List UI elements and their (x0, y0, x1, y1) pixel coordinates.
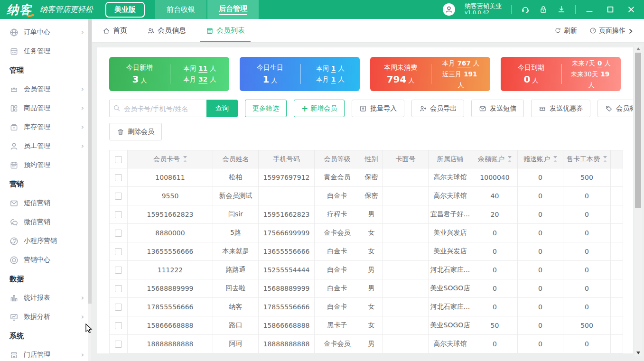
member-card-link[interactable]: 18888888888 (147, 340, 194, 348)
row-checkbox[interactable] (115, 193, 122, 200)
search-input[interactable] (109, 100, 206, 117)
sidebar-scrollbar-thumb[interactable] (88, 19, 92, 304)
sidebar-item-stats-report[interactable]: 统计报表› (0, 288, 92, 307)
row-checkbox[interactable] (115, 322, 122, 329)
member-card-link[interactable]: 15866668888 (147, 322, 194, 329)
member-card-link[interactable]: 111222 (158, 266, 183, 274)
sidebar-item-order-center[interactable]: 订单中心› (0, 23, 92, 42)
batch-import-button[interactable]: 批量导入 (352, 100, 404, 117)
edition-button[interactable]: 美业版 (105, 2, 145, 18)
stat-line-value[interactable]: 767 (457, 59, 471, 67)
content-scrollbar[interactable] (635, 45, 642, 356)
sidebar-item-miniprogram-marketing[interactable]: 小程序营销 (0, 231, 92, 250)
sidebar-scrollbar[interactable] (88, 19, 92, 361)
row-checkbox[interactable] (115, 304, 122, 311)
stat-card-title: 今日新增 (117, 64, 162, 72)
tab-member-info[interactable]: 会员信息 (147, 19, 186, 42)
sidebar-item-task-mgmt[interactable]: 任务管理 (0, 42, 92, 61)
cell-value: 0 (493, 340, 497, 348)
sidebar-item-product-mgmt[interactable]: 商品管理› (0, 99, 92, 118)
stat-card-unit: 人 (408, 77, 414, 84)
chevron-right-icon: › (81, 351, 84, 359)
member-tag-button[interactable]: 会员标签 (597, 100, 633, 117)
add-member-button[interactable]: +新增会员 (294, 100, 345, 117)
row-checkbox[interactable] (115, 230, 122, 237)
tab-member-list[interactable]: 会员列表 (206, 19, 245, 42)
sidebar-item-booking-mgmt[interactable]: 预约管理 (0, 156, 92, 175)
minimize-icon[interactable] (585, 5, 594, 14)
miniprogram-icon (9, 237, 19, 246)
stat-line-value[interactable]: 1 (331, 75, 336, 83)
stat-line-value[interactable]: 11 (198, 65, 207, 72)
chevron-right-icon: › (81, 142, 84, 150)
stat-line-value[interactable]: 1 (331, 65, 336, 72)
stat-line-value[interactable]: 0 (597, 59, 602, 67)
cell-value: 路路通 (226, 266, 246, 273)
sort-icon[interactable] (603, 156, 607, 162)
stat-line-value[interactable]: 19 (600, 70, 609, 78)
nav-tab-backend-manage[interactable]: 后台管理 (207, 0, 259, 19)
cell-gender: 男 (360, 279, 383, 298)
member-card-link[interactable]: 1008611 (155, 174, 185, 181)
search-button[interactable]: 查询 (206, 100, 238, 117)
page-ops-action[interactable]: 页面操作 (589, 27, 634, 35)
cell-balance: 0 (472, 224, 518, 242)
maximize-icon[interactable] (606, 5, 615, 14)
row-checkbox[interactable] (115, 267, 122, 274)
row-checkbox[interactable] (115, 341, 122, 348)
row-checkbox[interactable] (115, 174, 122, 181)
more-filter-button[interactable]: 更多筛选 (245, 100, 287, 117)
cell-value: 河北石家庄... (430, 266, 470, 273)
member-card-link[interactable]: 15951662823 (147, 211, 194, 218)
download-icon[interactable] (557, 5, 566, 14)
stat-line-value[interactable]: 32 (198, 75, 207, 83)
support-headset-icon[interactable] (521, 5, 530, 14)
cell-value: 0 (493, 303, 497, 311)
send-sms-button[interactable]: 发送短信 (471, 100, 524, 117)
scroll-down-arrow[interactable] (635, 349, 642, 356)
member-card-link[interactable]: 9550 (162, 192, 179, 200)
cell-balance: 0 (472, 261, 518, 279)
chevron-right-icon: › (81, 313, 84, 321)
lock-icon[interactable] (539, 5, 548, 14)
refresh-action[interactable]: 刷新 (554, 27, 577, 35)
select-all-checkbox[interactable] (115, 156, 122, 163)
row-checkbox[interactable] (115, 285, 122, 292)
stat-card-detail: 未来7天0人未来30天19人 (569, 58, 613, 91)
row-checkbox[interactable] (115, 211, 122, 218)
column-label: 会员卡号 (153, 155, 180, 164)
sidebar-item-sms-marketing[interactable]: 短信营销 (0, 194, 92, 213)
cell-gender: 保密 (360, 168, 383, 187)
member-card-link[interactable]: 17855556666 (147, 303, 194, 311)
scroll-up-arrow[interactable] (635, 45, 642, 52)
member-export-button[interactable]: 会员导出 (411, 100, 464, 117)
sort-icon[interactable] (508, 156, 512, 162)
cell-gift_balance: 0 (518, 242, 563, 261)
cell-gender: 女 (360, 316, 383, 335)
delete-member-button[interactable]: 删除会员 (109, 123, 162, 140)
sort-icon[interactable] (553, 156, 557, 162)
column-header-level: 会员等级 (315, 150, 360, 168)
nav-tab-front-cashier[interactable]: 前台收银 (155, 0, 206, 19)
avatar[interactable] (443, 3, 455, 16)
cell-value: 河北石家庄... (430, 303, 470, 310)
content-scrollbar-thumb[interactable] (635, 53, 641, 208)
row-checkbox[interactable] (115, 248, 122, 255)
member-card-link[interactable]: 8880000 (155, 229, 185, 237)
tab-home[interactable]: 首页 (103, 19, 127, 42)
member-card-link[interactable]: 13655556666 (147, 248, 194, 255)
sidebar-item-member-mgmt[interactable]: 会员管理› (0, 80, 92, 99)
sidebar-item-inventory-mgmt[interactable]: 库存管理› (0, 118, 92, 137)
close-icon[interactable] (627, 5, 635, 14)
send-coupon-button[interactable]: 发送优惠券 (531, 100, 590, 117)
member-card-link[interactable]: 15688889999 (147, 285, 194, 292)
stat-line-value[interactable]: 191 (464, 70, 477, 78)
sidebar-item-data-analysis[interactable]: 数据分析› (0, 307, 92, 326)
sort-icon[interactable] (183, 156, 187, 162)
column-label: 售卡工本费 (567, 155, 600, 164)
stat-card-birthday-today: 今日生日1人本周1人本月1人 (240, 57, 360, 91)
sidebar-item-staff-mgmt[interactable]: 员工管理› (0, 137, 92, 156)
sidebar-item-wechat-marketing[interactable]: 微信营销 (0, 213, 92, 231)
sidebar-item-store-mgmt[interactable]: 门店管理› (0, 345, 92, 361)
sidebar-item-marketing-center[interactable]: 营销中心 (0, 250, 92, 269)
